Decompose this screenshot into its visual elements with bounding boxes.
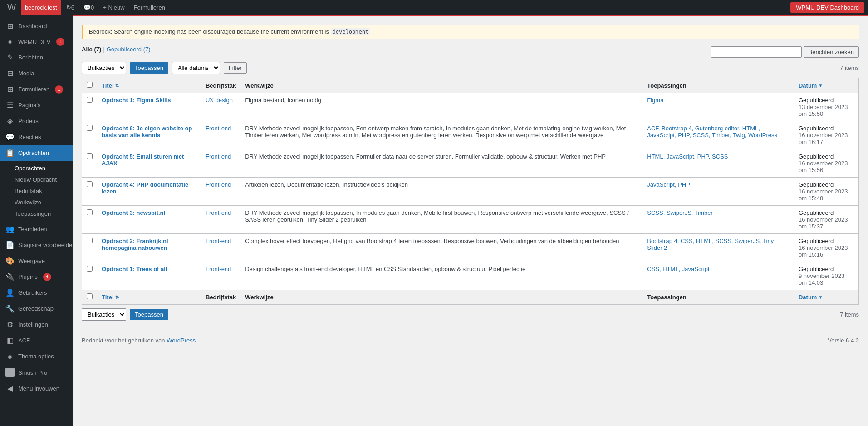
filter-gepubliceerd-link[interactable]: Gepubliceerd (7) <box>107 46 151 53</box>
bulk-actions-select[interactable]: Bulkacties <box>82 62 126 74</box>
toepassingen-link[interactable]: JavaScript, PHP <box>647 181 690 188</box>
row-title: Opdracht 2: Frankrijk.nl homepagina nabo… <box>97 234 201 262</box>
gereedschap-icon: 🔧 <box>5 304 15 313</box>
sidebar-item-thema-opties[interactable]: ◈ Thema opties <box>0 348 73 364</box>
sidebar-item-instellingen[interactable]: ⚙ Instellingen <box>0 317 73 332</box>
row-checkbox[interactable] <box>87 97 93 103</box>
total-items-bottom: 7 items <box>840 311 859 318</box>
sidebar-item-teamleden[interactable]: 👥 Teamleden <box>0 221 73 237</box>
wp-logo[interactable]: W <box>4 2 20 13</box>
submenu-werkwijze[interactable]: Werkwijze <box>0 197 73 208</box>
sidebar-item-gebruikers[interactable]: 👤 Gebruikers <box>0 285 73 301</box>
bedrijfstak-link[interactable]: UX design <box>206 97 233 104</box>
toepassingen-link[interactable]: HTML, JavaScript, PHP, SCSS <box>647 153 728 160</box>
date-filter-select[interactable]: Alle datums <box>172 62 220 74</box>
bedrijfstak-link[interactable]: Front-end <box>206 181 231 188</box>
col-footer-titel[interactable]: Titel ⇅ <box>97 290 201 305</box>
row-checkbox[interactable] <box>87 209 93 215</box>
filter-alle[interactable]: Alle (7) <box>82 46 101 53</box>
bedrijfstak-link[interactable]: Front-end <box>206 153 231 160</box>
col-footer-datum[interactable]: Datum ▼ <box>794 290 859 305</box>
table-row: Opdracht 2: Frankrijk.nl homepagina nabo… <box>82 234 859 262</box>
check-all-header[interactable] <box>82 78 98 93</box>
sidebar-item-media[interactable]: ⊟ Media <box>0 65 73 81</box>
row-checkbox-cell[interactable] <box>82 178 98 206</box>
toepassingen-link[interactable]: Bootstrap 4, CSS, HTML, SCSS, SwiperJS, … <box>647 238 774 251</box>
row-werkwijze: Figma bestand, Iconen nodig <box>240 93 642 121</box>
filter-alle-link[interactable]: Alle (7) <box>82 46 101 53</box>
stagiaire-icon: 📄 <box>5 241 15 249</box>
row-checkbox[interactable] <box>87 153 93 159</box>
post-title-link[interactable]: Opdracht 5: Email sturen met AJAX <box>102 153 184 167</box>
col-header-datum[interactable]: Datum ▼ <box>794 78 859 93</box>
sidebar-item-acf[interactable]: ◧ ACF <box>0 332 73 348</box>
post-title-link[interactable]: Opdracht 1: Trees of all <box>102 266 167 272</box>
sidebar-item-formulieren[interactable]: ⊞ Formulieren 1 <box>0 81 73 97</box>
post-title-link[interactable]: Opdracht 1: Figma Skills <box>102 97 171 104</box>
row-checkbox-cell[interactable] <box>82 206 98 234</box>
toepassingen-link[interactable]: SCSS, SwiperJS, Timber <box>647 209 713 216</box>
new-item[interactable]: + Nieuw <box>99 0 128 15</box>
post-title-link[interactable]: Opdracht 6: Je eigen website op basis va… <box>102 125 192 139</box>
site-name[interactable]: bedrock.test <box>21 0 61 15</box>
sidebar-item-berichten[interactable]: ✎ Berichten <box>0 50 73 65</box>
submenu-toepassingen[interactable]: Toepassingen <box>0 208 73 219</box>
row-checkbox[interactable] <box>87 266 93 272</box>
sidebar-item-reacties[interactable]: 💬 Reacties <box>0 129 73 145</box>
post-title-link[interactable]: Opdracht 2: Frankrijk.nl homepagina nabo… <box>102 238 168 251</box>
col-header-titel[interactable]: Titel ⇅ <box>97 78 201 93</box>
formulieren-item[interactable]: Formulieren <box>130 0 169 15</box>
sidebar-item-paginas[interactable]: ☰ Pagina's <box>0 97 73 113</box>
bulk-actions-select-bottom[interactable]: Bulkacties <box>82 308 126 321</box>
comments-item[interactable]: 💬 0 <box>80 0 98 15</box>
post-title-link[interactable]: Opdracht 4: PHP documentatie lezen <box>102 181 188 195</box>
sidebar-item-smush-pro[interactable]: S Smush Pro <box>0 364 73 381</box>
bedrijfstak-link[interactable]: Front-end <box>206 266 231 272</box>
sidebar-item-gereedschap[interactable]: 🔧 Gereedschap <box>0 301 73 317</box>
row-checkbox-cell[interactable] <box>82 149 98 178</box>
sidebar-item-wpmudev[interactable]: ● WPMU DEV 1 <box>0 34 73 50</box>
row-checkbox-cell[interactable] <box>82 262 98 290</box>
row-toepassingen: JavaScript, PHP <box>642 178 794 206</box>
updates-icon: ↻ <box>66 4 71 11</box>
sidebar-item-opdrachten[interactable]: 📋 Opdrachten <box>0 145 73 161</box>
sidebar-item-stagiaire[interactable]: 📄 Stagiaire voorbeelden <box>0 237 73 253</box>
search-input[interactable] <box>711 46 802 58</box>
row-checkbox[interactable] <box>87 125 93 131</box>
submenu-nieuw-opdracht[interactable]: Nieuw Opdracht <box>0 174 73 185</box>
post-title-link[interactable]: Opdracht 3: newsbit.nl <box>102 209 165 216</box>
row-date: Gepubliceerd 16 november 2023 om 15:16 <box>794 234 859 262</box>
proteus-icon: ◈ <box>5 117 15 125</box>
row-checkbox[interactable] <box>87 181 93 187</box>
check-all-footer-checkbox[interactable] <box>87 293 93 299</box>
sidebar-item-proteus[interactable]: ◈ Proteus <box>0 113 73 129</box>
row-checkbox-cell[interactable] <box>82 234 98 262</box>
row-toepassingen: SCSS, SwiperJS, Timber <box>642 206 794 234</box>
sidebar-item-weergave[interactable]: 🎨 Weergave <box>0 253 73 269</box>
check-all-checkbox[interactable] <box>87 82 93 88</box>
submenu-bedrijfstak[interactable]: Bedrijfstak <box>0 185 73 197</box>
table-row: Opdracht 1: Figma Skills UX design Figma… <box>82 93 859 121</box>
bulk-apply-button-bottom[interactable]: Toepassen <box>130 309 168 320</box>
toepassingen-link[interactable]: CSS, HTML, JavaScript <box>647 266 709 272</box>
toepassingen-link[interactable]: ACF, Bootstrap 4, Gutenberg editor, HTML… <box>647 125 777 139</box>
wpmudev-button[interactable]: WPMU DEV Dashboard <box>790 2 864 13</box>
sidebar-item-dashboard[interactable]: ⊞ Dashboard <box>0 18 73 34</box>
check-all-footer[interactable] <box>82 290 98 305</box>
bedrijfstak-link[interactable]: Front-end <box>206 209 231 216</box>
bulk-apply-button[interactable]: Toepassen <box>130 62 168 74</box>
bedrijfstak-link[interactable]: Front-end <box>206 125 231 132</box>
bedrijfstak-link[interactable]: Front-end <box>206 238 231 244</box>
sidebar-item-plugins[interactable]: 🔌 Plugins 4 <box>0 269 73 285</box>
filter-button[interactable]: Filter <box>224 62 247 74</box>
toepassingen-link[interactable]: Figma <box>647 97 663 104</box>
sidebar-item-menu-invouwen[interactable]: ◀ Menu invouwen <box>0 381 73 396</box>
footer-wp-link[interactable]: WordPress <box>167 337 196 344</box>
row-checkbox-cell[interactable] <box>82 93 98 121</box>
submenu-opdrachten[interactable]: Opdrachten <box>0 163 73 174</box>
row-checkbox-cell[interactable] <box>82 121 98 149</box>
row-checkbox[interactable] <box>87 238 93 243</box>
updates-item[interactable]: ↻ 6 <box>63 0 78 15</box>
search-button[interactable]: Berichten zoeken <box>804 46 859 58</box>
filter-gepubliceerd[interactable]: Gepubliceerd (7) <box>107 46 151 53</box>
